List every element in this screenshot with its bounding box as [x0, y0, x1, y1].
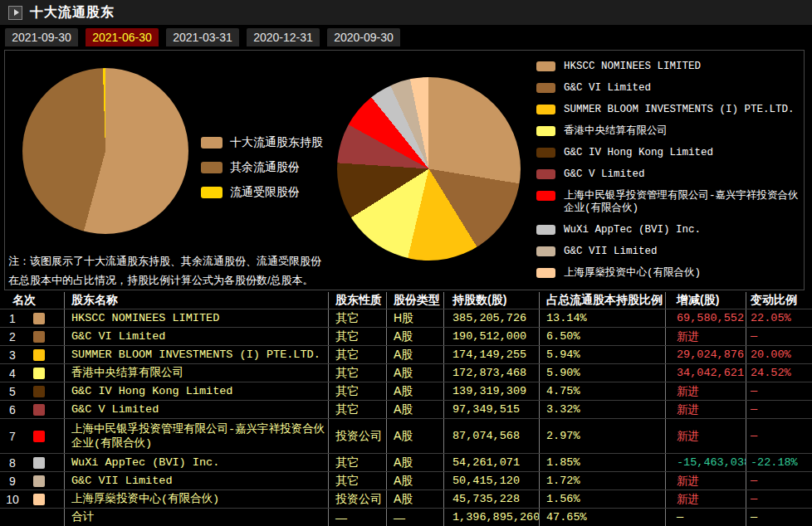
- table-row: 4香港中央结算有限公司其它A股172,873,4685.90%34,042,62…: [0, 364, 812, 382]
- tab-2021-03-31[interactable]: 2021-03-31: [166, 28, 239, 46]
- legend-label: G&C V Limited: [564, 168, 645, 181]
- tab-2020-09-30[interactable]: 2020-09-30: [327, 28, 400, 46]
- table-header-row: 名次股东名称股东性质股份类型持股数(股)占总流通股本持股比例增减(股)变动比例: [0, 292, 812, 309]
- change-pct-cell: —: [746, 509, 812, 526]
- pct-cell: 1.72%: [540, 472, 666, 489]
- shares-cell: 1,396,895,260: [444, 509, 540, 526]
- rank-number: 2: [2, 330, 23, 343]
- legend-swatch: [536, 61, 555, 71]
- table-row: 8WuXi AppTec (BVI) Inc.其它A股54,261,0711.8…: [0, 454, 812, 472]
- tab-2021-09-30[interactable]: 2021-09-30: [5, 28, 78, 46]
- shares-cell: 139,319,309: [444, 382, 540, 400]
- rank-cell: 5: [0, 382, 65, 400]
- change-pct-cell: 22.05%: [746, 309, 812, 327]
- legend-swatch: [536, 191, 555, 201]
- table-row: 9G&C VII Limited其它A股50,415,1201.72%新进—: [0, 472, 812, 490]
- holder-color-swatch: [33, 331, 45, 343]
- legend-swatch: [536, 126, 555, 136]
- holder-nature-cell: 其它: [329, 364, 387, 382]
- change-cell: 新进: [666, 419, 746, 453]
- share-type-cell: —: [387, 509, 444, 526]
- triangle-right-icon: [14, 9, 19, 16]
- pct-cell: 3.32%: [540, 401, 666, 418]
- legend-label: 流通受限股份: [230, 185, 300, 200]
- holder-name: HKSCC NOMINEES LIMITED: [71, 311, 219, 325]
- holder-nature-cell: 其它: [329, 328, 387, 345]
- shares-cell: 385,205,726: [444, 309, 540, 327]
- holder-name: WuXi AppTec (BVI) Inc.: [71, 455, 219, 470]
- rank-number: 1: [2, 312, 23, 325]
- chart-panel: 十大流通股东持股其余流通股份流通受限股份 HKSCC NOMINEES LIMI…: [4, 50, 805, 290]
- holder-name-cell: G&C V Limited: [65, 401, 329, 418]
- shares-cell: 190,512,000: [444, 328, 540, 345]
- holder-name-cell: G&C VI Limited: [65, 328, 329, 345]
- holder-color-swatch: [33, 349, 45, 361]
- tab-2020-12-31[interactable]: 2020-12-31: [247, 28, 320, 46]
- holders-legend: HKSCC NOMINEES LIMITEDG&C VI LimitedSUMM…: [536, 61, 800, 289]
- legend-item: SUMMER BLOOM INVESTMENTS (I) PTE.LTD.: [536, 104, 800, 116]
- share-type-cell: A股: [387, 346, 444, 363]
- share-type-cell: A股: [387, 382, 444, 400]
- share-type-cell: H股: [387, 309, 444, 327]
- holder-color-swatch: [33, 368, 45, 379]
- rank-cell: 10: [0, 490, 65, 508]
- column-header: 持股数(股): [444, 292, 540, 309]
- change-pct-cell: —: [746, 328, 812, 345]
- change-cell: 新进: [666, 490, 746, 508]
- legend-swatch: [536, 83, 555, 93]
- column-header: 股份类型: [387, 292, 444, 309]
- holder-color-swatch: [33, 457, 45, 469]
- rank-cell: 6: [0, 401, 65, 418]
- column-header: 增减(股): [666, 292, 746, 309]
- chart-note: 注：该图展示了十大流通股东持股、其余流通股份、流通受限股份 在总股本中的占比情况…: [8, 251, 321, 290]
- date-tabs: 2021-09-302021-06-302021-03-312020-12-31…: [5, 28, 400, 46]
- legend-item: 上海中民银孚投资管理有限公司-嘉兴宇祥投资合伙企业(有限合伙): [536, 190, 800, 215]
- holder-name: 上海中民银孚投资管理有限公司-嘉兴宇祥投资合伙企业(有限合伙): [71, 422, 328, 451]
- change-pct-cell: —: [746, 419, 812, 453]
- legend-label: G&C VI Limited: [564, 82, 651, 95]
- holder-nature-cell: 其它: [329, 401, 387, 418]
- table-row: 1HKSCC NOMINEES LIMITED其它H股385,205,72613…: [0, 309, 812, 328]
- holder-name: 合计: [71, 510, 94, 524]
- legend-label: G&C IV Hong Kong Limited: [564, 147, 713, 159]
- holder-color-swatch: [33, 313, 45, 324]
- tab-2021-06-30[interactable]: 2021-06-30: [86, 28, 159, 46]
- rank-cell: 7: [0, 419, 65, 453]
- chart-note-line2: 在总股本中的占比情况，持股比例计算公式为各股份数/总股本。: [8, 270, 321, 290]
- shares-cell: 97,349,515: [444, 401, 540, 418]
- change-cell: 新进: [666, 328, 746, 345]
- change-cell: 新进: [666, 401, 746, 418]
- shares-cell: 50,415,120: [444, 472, 540, 489]
- column-header: 变动比例: [746, 292, 812, 309]
- share-type-cell: A股: [387, 328, 444, 345]
- legend-label: 其余流通股份: [230, 160, 300, 175]
- legend-item: WuXi AppTec (BVI) Inc.: [536, 224, 800, 236]
- column-header: 占总流通股本持股比例: [540, 292, 666, 309]
- change-cell: 新进: [666, 382, 746, 400]
- holders-table: 名次股东名称股东性质股份类型持股数(股)占总流通股本持股比例增减(股)变动比例1…: [0, 292, 812, 526]
- collapse-toggle[interactable]: [8, 6, 22, 20]
- legend-item: 流通受限股份: [201, 185, 323, 200]
- holder-name: G&C V Limited: [71, 402, 159, 416]
- holder-name-cell: HKSCC NOMINEES LIMITED: [65, 309, 329, 327]
- holder-nature-cell: 投资公司: [329, 490, 387, 508]
- legend-label: G&C VII Limited: [564, 246, 658, 258]
- legend-item: G&C VI Limited: [536, 82, 800, 95]
- rank-cell: 4: [0, 364, 65, 382]
- pct-cell: 1.56%: [540, 490, 666, 508]
- holder-name: G&C VI Limited: [71, 329, 165, 343]
- legend-item: 十大流通股东持股: [201, 135, 323, 150]
- chart-note-line1: 注：该图展示了十大流通股东持股、其余流通股份、流通受限股份: [8, 251, 321, 270]
- change-pct-cell: —: [746, 472, 812, 489]
- legend-label: 香港中央结算有限公司: [564, 125, 668, 138]
- holder-name-cell: G&C IV Hong Kong Limited: [65, 382, 329, 400]
- holder-nature-cell: 其它: [329, 309, 387, 327]
- holder-color-swatch: [33, 475, 45, 487]
- change-cell: -15,463,038: [666, 454, 746, 471]
- legend-item: 上海厚燊投资中心(有限合伙): [536, 267, 800, 280]
- page-title: 十大流通股东: [30, 4, 115, 22]
- legend-label: HKSCC NOMINEES LIMITED: [564, 61, 701, 73]
- pct-cell: 6.50%: [540, 328, 666, 345]
- table-row: 7上海中民银孚投资管理有限公司-嘉兴宇祥投资合伙企业(有限合伙)投资公司A股87…: [0, 419, 812, 454]
- holder-name-cell: 香港中央结算有限公司: [65, 364, 329, 382]
